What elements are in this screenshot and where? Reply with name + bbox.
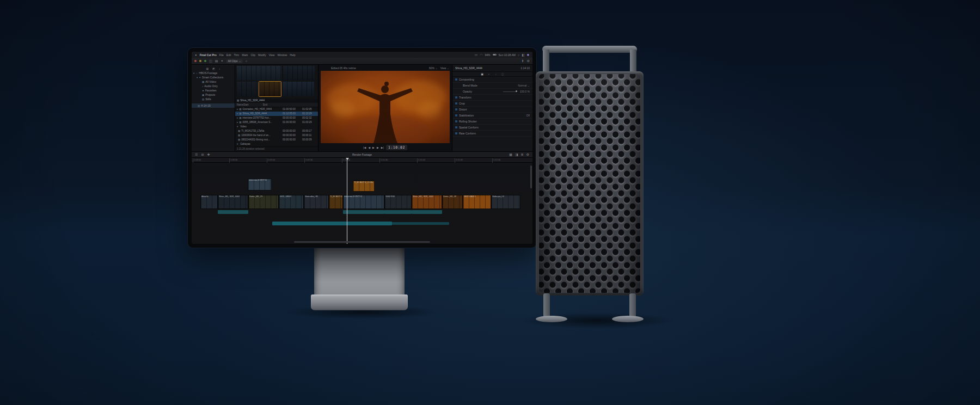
browser-row[interactable]: ▸ ▦ Grenades_HD_HDR_4444 01:00:50:00 01:… xyxy=(235,107,318,112)
browser-row[interactable]: ▸ ▦ 0055_08608_American S... 01:00:00:00… xyxy=(235,120,318,125)
sidebar-item[interactable]: ▤ Stills xyxy=(192,97,235,101)
timeline-clip[interactable]: Demo_HD_08 xyxy=(442,195,463,209)
timeline-clip[interactable]: Shiva_HD_SDR_4444 xyxy=(412,195,442,209)
audio-clip[interactable] xyxy=(218,210,248,214)
checkbox[interactable] xyxy=(455,120,457,122)
frame-back-button[interactable]: ◀ xyxy=(368,146,370,149)
clip-filmstrip[interactable] xyxy=(283,66,315,81)
inspector-row[interactable]: Rolling Shutter xyxy=(452,119,532,125)
disclosure-icon[interactable]: ▸ xyxy=(237,112,238,115)
menu-item[interactable]: Trim xyxy=(234,53,239,57)
sidebar-item[interactable]: ▾ ☆ HBOS Footage xyxy=(192,71,235,75)
apple-logo-icon[interactable]: ● xyxy=(195,53,197,57)
clip-filmstrip[interactable] xyxy=(282,82,314,96)
audio-clip[interactable] xyxy=(412,210,442,214)
browser-row[interactable]: ▦ 10003934 the hand of an... 00:00:00:00… xyxy=(235,133,318,138)
transitions-browser-icon[interactable]: ◨ xyxy=(515,153,518,156)
menu-app-name[interactable]: Final Cut Pro xyxy=(200,53,217,57)
checkbox[interactable] xyxy=(455,132,457,134)
sidebar-item[interactable]: ▦ All Video xyxy=(192,79,235,84)
inspector-row-value[interactable]: Normal ⌄ xyxy=(518,84,530,87)
sidebar-toggle-icon[interactable]: ◫ xyxy=(209,59,212,63)
project-name[interactable]: Render Footage xyxy=(352,153,372,156)
inspector-row-value[interactable]: 100.0 % xyxy=(520,90,530,93)
inspector-row[interactable]: Spatial Conform xyxy=(452,125,532,131)
add-button[interactable]: ✚ xyxy=(207,153,210,156)
sidebar-item[interactable]: ▣ Projects xyxy=(192,93,235,97)
video-inspector-tab[interactable]: ▣ xyxy=(481,72,483,76)
disclosure-icon[interactable]: ▸ xyxy=(237,116,238,119)
timecode-display[interactable]: 1:10:02 xyxy=(386,145,407,150)
tools-popup[interactable]: ⊞ xyxy=(201,153,204,156)
photos-tab-icon[interactable]: ◩ xyxy=(212,67,215,70)
disclosure-icon[interactable]: ▾ xyxy=(237,143,238,145)
color-inspector-tab[interactable]: ◐ xyxy=(488,72,490,76)
sidebar-item[interactable]: ▧ 4-14-19 xyxy=(192,103,235,108)
disclosure-icon[interactable]: ▾ xyxy=(197,76,198,79)
menu-item[interactable]: Mark xyxy=(242,53,248,57)
music-clip[interactable] xyxy=(272,222,392,225)
menu-item[interactable]: Window xyxy=(277,53,287,57)
inspector-row[interactable]: Compositing xyxy=(452,77,532,83)
menu-item[interactable]: Clip xyxy=(250,53,255,57)
play-button[interactable]: ▶ xyxy=(372,146,375,149)
timeline-ruler[interactable]: 1:08:00 1:08:30 1:09:00 1:09:30 1:10:00 … xyxy=(192,158,532,163)
audio-clip[interactable] xyxy=(384,210,412,214)
menu-item[interactable]: View xyxy=(269,53,275,57)
connected-clip[interactable]: TI_MOA1730_LTaNa xyxy=(353,181,375,192)
disclosure-icon[interactable]: ▾ xyxy=(237,125,238,128)
menu-item[interactable]: File xyxy=(219,53,224,57)
siri-icon[interactable] xyxy=(527,54,529,56)
column-start[interactable]: Start xyxy=(243,103,263,106)
index-button[interactable]: ☰ xyxy=(195,153,198,156)
timeline-clip[interactable]: 080214A001 xyxy=(463,195,491,209)
photos-browser-icon[interactable]: ▤ xyxy=(215,59,218,63)
clip-filter-popup[interactable]: All Clips ⌄ xyxy=(226,59,242,63)
sidebar-item[interactable]: ▾ ✦ Smart Collections xyxy=(192,75,235,79)
audio-inspector-tab[interactable]: ♪ xyxy=(495,72,497,76)
browser-row[interactable]: ▦ 080214A001-filming mot... 00:00:00:00 … xyxy=(235,138,318,142)
inspector-row-value[interactable]: Off xyxy=(526,114,530,117)
browser-row[interactable]: ▦ TI_MOA1730_LTaNa 00:00:00:00 00:00:17 xyxy=(235,129,318,133)
disclosure-icon[interactable]: ▸ xyxy=(237,108,238,111)
checkbox[interactable] xyxy=(455,78,457,81)
disclosure-icon[interactable]: ▸ xyxy=(237,121,238,124)
column-name[interactable]: Name xyxy=(237,103,243,106)
checkbox[interactable] xyxy=(455,126,457,128)
checkbox[interactable] xyxy=(455,96,457,99)
timeline-vertical-scrollbar[interactable] xyxy=(530,165,532,188)
display-icon[interactable]: ▭ xyxy=(475,53,478,57)
effects-browser-icon[interactable]: ▩ xyxy=(509,153,512,156)
timeline-clip[interactable]: interview-20787792 xyxy=(343,195,384,209)
skip-forward-button[interactable]: ▶| xyxy=(381,146,384,149)
timeline-clip[interactable]: Shiva_HD_SDR_4444 xyxy=(218,195,248,209)
playhead[interactable] xyxy=(347,158,347,244)
clip-filmstrip[interactable] xyxy=(236,66,281,81)
timeline-horizontal-scrollbar[interactable] xyxy=(294,241,430,243)
menu-item[interactable]: Modify xyxy=(258,53,266,57)
zoom-popup[interactable]: 60% ⌄ xyxy=(429,66,438,70)
inspector-row[interactable]: Rate Conform xyxy=(452,131,532,137)
skip-back-button[interactable]: |◀ xyxy=(363,146,366,149)
opacity-slider[interactable] xyxy=(503,91,517,92)
timeline-clip[interactable]: Attaullo xyxy=(200,195,218,209)
inspector-row[interactable]: Transform xyxy=(452,95,532,101)
wifi-icon[interactable]: ◠ xyxy=(480,53,482,57)
menu-item[interactable]: Help xyxy=(290,53,295,57)
browser-row[interactable]: ▸ ▦ interview-20787792-hun... 00:00:00:0… xyxy=(235,116,318,120)
checkbox[interactable] xyxy=(455,102,457,105)
checkbox[interactable] xyxy=(455,108,457,111)
timeline-clip[interactable]: Demo_HD_23 xyxy=(248,195,279,209)
column-end[interactable]: End xyxy=(263,103,277,106)
clip-filmstrip[interactable] xyxy=(236,82,258,96)
clips-tab-icon[interactable]: ▦ xyxy=(206,67,209,70)
titles-browser-icon[interactable]: ✦ xyxy=(220,59,223,63)
disclosure-icon[interactable]: ▾ xyxy=(193,72,194,75)
music-clip-tail[interactable] xyxy=(392,222,449,225)
viewer-canvas[interactable] xyxy=(318,71,452,144)
zoom-button[interactable] xyxy=(204,60,206,62)
connected-clip[interactable]: interview-20787792 xyxy=(248,179,272,191)
share-icon[interactable]: ⬆ xyxy=(522,59,524,63)
checkbox[interactable] xyxy=(455,114,457,116)
timeline-clip[interactable]: 0055_08608 xyxy=(279,195,304,209)
